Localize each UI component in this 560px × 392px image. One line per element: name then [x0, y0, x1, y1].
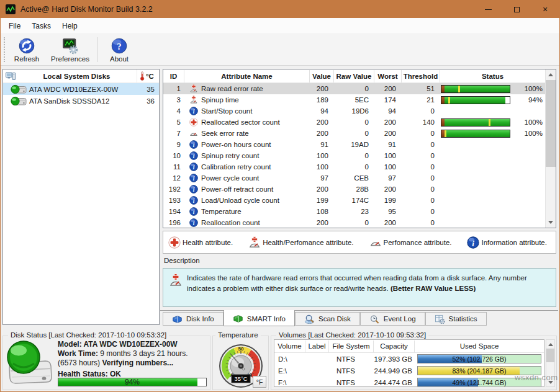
attr-name: Spinup retry count	[201, 152, 259, 159]
volume-row[interactable]: F:\NTFS244.474 GB49% (121.744 GB)	[274, 376, 544, 387]
description-label: Description	[164, 257, 200, 264]
svg-text:i: i	[472, 238, 475, 247]
health-performance-icon	[248, 236, 261, 249]
scroll-thumb[interactable]	[546, 80, 556, 167]
info-icon: i	[189, 151, 198, 160]
attr-threshold: 0	[402, 174, 440, 182]
maximize-button[interactable]	[502, 1, 531, 18]
scroll-up-arrow[interactable]	[546, 69, 556, 80]
tab-label: SMART Info	[247, 315, 286, 323]
info-icon: i	[189, 107, 198, 115]
column-header[interactable]: Capacity	[374, 341, 415, 352]
disk-info-icon	[172, 314, 183, 324]
attr-name: Power cycle count	[201, 174, 259, 182]
tab-smart-info[interactable]: SMART Info	[224, 310, 295, 326]
toolbar-button-about[interactable]: ?About	[100, 36, 138, 63]
attr-threshold: 0	[402, 163, 440, 171]
volume-row[interactable]: E:\NTFS244.949 GB83% (204.187 GB)	[274, 365, 544, 376]
smart-row[interactable]: 9iPower-on hours count9119AD910	[163, 139, 545, 150]
column-header[interactable]: Attribute Name	[184, 70, 310, 82]
column-header[interactable]: Threshold	[402, 70, 440, 82]
volumes-title: Volumes [Last Checked: 2017-10-10 09:53:…	[276, 331, 428, 339]
attr-name-cell: iReallocation count	[184, 218, 310, 227]
toolbar: RefreshPreferences?About	[1, 34, 559, 66]
attr-raw-value: 19D6	[334, 107, 374, 115]
fahrenheit-toggle-button[interactable]: °F	[253, 376, 266, 388]
legend-item: Health/Perfomance attribute.	[248, 236, 353, 249]
threshold-marker	[448, 97, 450, 104]
toolbar-button-preferences[interactable]: Preferences	[46, 36, 94, 63]
attr-value: 100	[310, 152, 334, 159]
status-bar-fill	[441, 119, 510, 126]
attr-id: 12	[163, 174, 184, 182]
tab-disk-info[interactable]: Disk Info	[163, 312, 224, 326]
column-header[interactable]: Worst	[374, 70, 402, 82]
tab-statistics[interactable]: Statistics	[425, 312, 487, 326]
attr-threshold: 0	[402, 197, 440, 204]
attr-threshold: 0	[402, 141, 440, 148]
info-icon: i	[189, 207, 198, 216]
column-header[interactable]: Label	[305, 341, 329, 352]
smart-table-scrollbar[interactable]	[545, 69, 556, 228]
menu-item-file[interactable]: File	[3, 19, 26, 33]
column-header[interactable]: Volume	[274, 341, 305, 352]
minimize-button[interactable]	[474, 1, 502, 18]
column-header[interactable]: Raw Value	[334, 70, 374, 82]
column-header[interactable]: File System	[329, 341, 374, 352]
smart-row[interactable]: 3Spinup time1895EC1742194%	[163, 94, 545, 105]
smart-row[interactable]: 7Seek error rate20002000100%	[163, 128, 545, 139]
toolbar-button-refresh[interactable]: Refresh	[7, 36, 46, 63]
smart-row[interactable]: 10iSpinup retry count10001000	[163, 150, 545, 161]
disk-list-item[interactable]: ATA WDC WD10EZEX-00W35	[3, 83, 159, 95]
attr-value: 200	[310, 185, 334, 193]
volumes-scroll-thumb[interactable]	[546, 349, 554, 362]
column-header[interactable]: Used Space	[415, 341, 544, 352]
column-header[interactable]: Value	[310, 70, 334, 82]
column-header[interactable]: Status	[440, 70, 545, 82]
attr-name: Spinup time	[201, 96, 239, 104]
health-icon	[189, 118, 198, 127]
svg-text:i: i	[193, 209, 195, 215]
smart-row[interactable]: 194iTemperature10823950	[163, 206, 545, 217]
tab-scan-disk[interactable]: Scan Disk	[295, 312, 360, 326]
smart-info-icon	[233, 314, 243, 323]
volume-capacity: 244.474 GB	[374, 379, 415, 386]
attr-worst: 100	[374, 163, 402, 171]
menu-item-tasks[interactable]: Tasks	[26, 19, 56, 33]
volume-row[interactable]: D:\NTFS197.393 GB52% (102.726 GB)	[274, 353, 544, 365]
smart-row[interactable]: 11iCalibration retry count10001000	[163, 161, 545, 172]
statistics-icon	[435, 314, 445, 324]
close-button[interactable]: ×	[531, 1, 559, 18]
smart-row[interactable]: 1Raw read error rate200020051100%	[163, 83, 545, 94]
attr-threshold: 0	[402, 208, 440, 215]
tab-event-log[interactable]: Event Log	[360, 312, 425, 326]
column-header[interactable]: ID	[163, 70, 184, 82]
volumes-group: Volumes [Last Checked: 2017-10-10 09:53:…	[271, 336, 557, 390]
attr-name-cell: iCalibration retry count	[184, 163, 310, 171]
disk-list-item[interactable]: ATA SanDisk SDSSDA1236	[3, 95, 159, 107]
attr-name-cell: iPower-off retract count	[184, 185, 310, 194]
app-icon[interactable]	[6, 4, 16, 14]
smart-row[interactable]: 196iReallocation count20002000	[163, 217, 545, 228]
disk-temperature: 36	[143, 97, 159, 105]
scroll-down-arrow[interactable]	[546, 217, 556, 228]
toolbar-button-label: Refresh	[14, 55, 39, 63]
disk-list-header: Local System Disks °C	[3, 69, 159, 83]
smart-row[interactable]: 5Reallocated sector count2000200140100%	[163, 117, 545, 128]
volumes-table: VolumeLabelFile SystemCapacityUsed Space…	[274, 339, 544, 387]
attr-raw-value: 174C	[334, 197, 374, 204]
app-window: Active@ Hard Disk Monitor Build 3.2.2 × …	[0, 0, 560, 392]
attr-worst: 95	[374, 208, 402, 215]
temperature-title: Temperature	[215, 331, 261, 339]
smart-row[interactable]: 192iPower-off retract count20028B2000	[163, 184, 545, 195]
smart-row[interactable]: 193iLoad/Unload cycle count199174C1990	[163, 195, 545, 206]
info-icon: i	[189, 185, 198, 194]
attr-name-cell: Spinup time	[184, 96, 310, 104]
health-performance-icon	[168, 274, 183, 287]
smart-row[interactable]: 4iStart/Stop count9419D6940	[163, 105, 545, 117]
menu-item-help[interactable]: Help	[56, 19, 83, 33]
attr-value: 108	[310, 208, 334, 215]
smart-row[interactable]: 12iPower cycle count97CEB970	[163, 172, 545, 184]
tab-label: Event Log	[384, 315, 416, 323]
volumes-scroll-up[interactable]	[546, 340, 554, 349]
